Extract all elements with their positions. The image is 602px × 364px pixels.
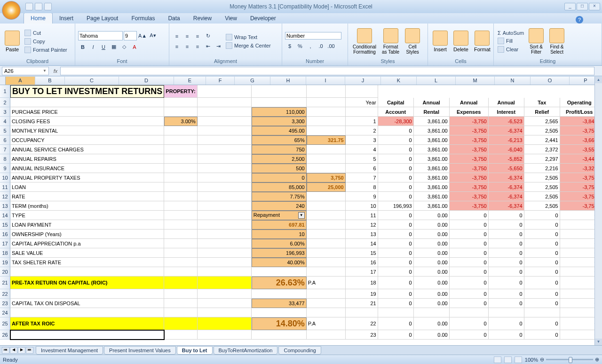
cell[interactable]: 0.00 <box>414 229 450 239</box>
name-box[interactable]: A26▼ <box>2 67 49 75</box>
tab-formulas[interactable]: Formulas <box>125 13 161 24</box>
cell[interactable]: 0.00 <box>414 317 450 330</box>
cell[interactable]: 3,861.00 <box>414 145 450 154</box>
cell[interactable]: ANNUAL REPAIRS <box>10 154 164 164</box>
cell[interactable]: TAX SHELTER RATE <box>10 258 164 267</box>
sheet-tab[interactable]: Compounding <box>278 346 321 355</box>
tab-insert[interactable]: Insert <box>53 13 80 24</box>
font-name-input[interactable] <box>78 31 123 40</box>
cell[interactable] <box>164 98 197 107</box>
cell[interactable] <box>164 220 197 229</box>
cell[interactable]: OWNERSHIP (Years) <box>10 229 164 239</box>
clear-button[interactable]: Clear <box>497 46 525 53</box>
colhead-M[interactable]: M <box>456 77 495 85</box>
cell[interactable]: 3,861.00 <box>414 201 450 211</box>
cell[interactable]: -5,852 <box>489 154 524 164</box>
cell[interactable]: 13 <box>346 229 378 239</box>
cell[interactable]: LOAN <box>10 182 164 192</box>
cell[interactable]: PRE-TAX RETURN ON CAPITAL (ROIC) <box>10 277 164 289</box>
tab-home[interactable]: Home <box>24 13 53 24</box>
cell[interactable]: 2 <box>346 126 378 135</box>
cell[interactable]: 0 <box>378 239 414 248</box>
cell[interactable]: -3,323 <box>560 164 594 173</box>
cell[interactable]: 0 <box>450 299 489 308</box>
cell[interactable]: -3,758 <box>560 126 594 135</box>
cell[interactable] <box>164 317 197 330</box>
paste-button[interactable]: Paste <box>3 30 22 53</box>
cell[interactable] <box>10 289 164 299</box>
tab-page-layout[interactable]: Page Layout <box>80 13 125 24</box>
cell[interactable] <box>164 154 197 164</box>
rowhead[interactable]: 15 <box>0 220 10 229</box>
cell[interactable] <box>164 211 197 220</box>
cell[interactable]: -3,847 <box>560 117 594 126</box>
sheet-tab[interactable]: BuyToRentAmortization <box>214 346 278 355</box>
format-table-button[interactable]: Format as Table <box>380 27 401 55</box>
cell[interactable] <box>198 229 252 239</box>
cell[interactable] <box>307 248 346 258</box>
cell[interactable] <box>307 299 346 308</box>
cell[interactable]: 2,216 <box>524 164 560 173</box>
cell[interactable]: 0 <box>560 229 594 239</box>
cell[interactable]: 0 <box>560 317 594 330</box>
cell[interactable]: -3,750 <box>450 182 489 192</box>
rowhead[interactable]: 7 <box>0 145 10 154</box>
colhead-L[interactable]: L <box>417 77 456 85</box>
sheet-tab[interactable]: Present Investment Values <box>104 346 176 355</box>
cell[interactable]: -6,523 <box>489 117 524 126</box>
cell[interactable] <box>164 330 197 340</box>
tab-last[interactable]: ⏭ <box>26 347 33 354</box>
cell[interactable]: 0 <box>489 229 524 239</box>
colhead-C[interactable]: C <box>65 77 119 85</box>
colhead-G[interactable]: G <box>235 77 270 85</box>
cell[interactable]: -6,374 <box>489 201 524 211</box>
cell[interactable]: 0 <box>378 145 414 154</box>
cell[interactable] <box>307 308 346 317</box>
cell[interactable]: 0 <box>524 220 560 229</box>
zoom-in[interactable]: ⊕ <box>595 356 599 363</box>
cell[interactable] <box>252 330 307 340</box>
cell[interactable]: -3,750 <box>450 117 489 126</box>
cell[interactable] <box>450 308 489 317</box>
cell[interactable] <box>346 107 378 117</box>
cell[interactable]: -3,750 <box>450 154 489 164</box>
cell[interactable] <box>164 248 197 258</box>
cell[interactable] <box>307 239 346 248</box>
cell[interactable]: 0 <box>489 289 524 299</box>
conditional-fmt-button[interactable]: Conditional Formatting <box>351 27 378 55</box>
cell[interactable]: 0.00 <box>414 248 450 258</box>
font-size-input[interactable] <box>124 31 137 40</box>
colhead-B[interactable]: B <box>35 77 65 85</box>
cell[interactable]: 3,861.00 <box>414 164 450 173</box>
cell[interactable]: -6,040 <box>489 145 524 154</box>
cell[interactable] <box>198 277 252 289</box>
cell[interactable]: -3,750 <box>450 135 489 145</box>
colhead-H[interactable]: H <box>270 77 306 85</box>
cell[interactable]: Profit/Loss <box>560 107 594 117</box>
cell[interactable]: P.A <box>307 317 346 330</box>
cell[interactable]: 4 <box>346 145 378 154</box>
cell[interactable]: 0 <box>450 248 489 258</box>
cell[interactable]: 2,441 <box>524 135 560 145</box>
cell[interactable]: 0 <box>560 267 594 277</box>
cell[interactable] <box>307 330 346 340</box>
cell[interactable]: 2,297 <box>524 154 560 164</box>
cell[interactable]: 0.00 <box>414 267 450 277</box>
cell[interactable]: -3,758 <box>560 201 594 211</box>
align-middle[interactable]: ≡ <box>182 32 192 41</box>
cell[interactable]: 2,372 <box>524 145 560 154</box>
cell[interactable]: 10 <box>252 229 307 239</box>
cell[interactable]: 6 <box>346 164 378 173</box>
cell[interactable]: 0 <box>378 220 414 229</box>
cell[interactable]: 0 <box>450 267 489 277</box>
cell[interactable] <box>198 164 252 173</box>
cell[interactable]: -3,661 <box>560 135 594 145</box>
cell[interactable]: SALE VALUE <box>10 248 164 258</box>
sheet-tab[interactable]: Investment Management <box>36 346 103 355</box>
cell[interactable] <box>307 211 346 220</box>
close-button[interactable]: × <box>589 3 600 10</box>
cell[interactable]: 0 <box>378 154 414 164</box>
cell[interactable]: -3,758 <box>560 173 594 182</box>
cell[interactable]: ANNUAL SERVICE CHARGES <box>10 145 164 154</box>
indent-dec[interactable]: ⇤ <box>203 42 213 51</box>
